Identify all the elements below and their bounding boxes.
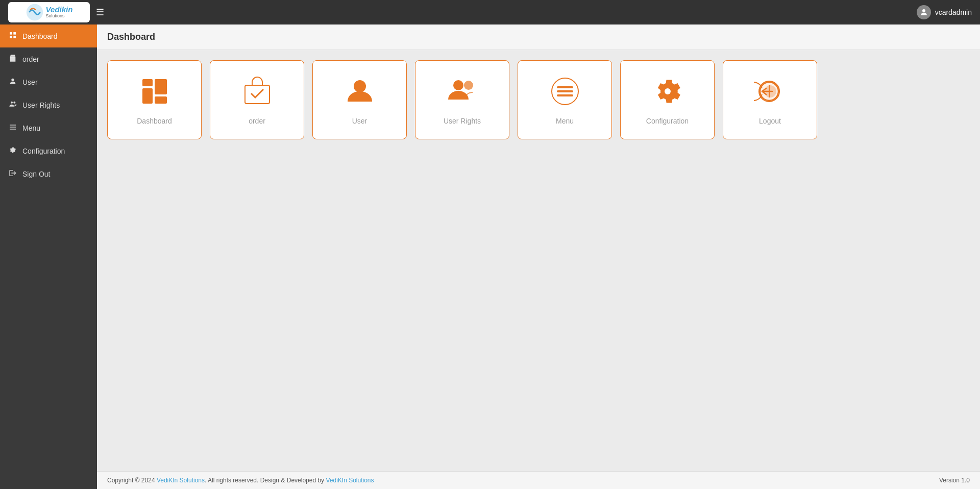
tile-menu-label: Menu: [556, 117, 574, 125]
menu-icon: [8, 123, 17, 133]
main-content: Dashboard Dashboard order: [97, 25, 980, 489]
tile-logout-label: Logout: [759, 117, 781, 125]
sidebar-item-menu[interactable]: Menu: [0, 116, 97, 139]
tile-user-icon: [344, 75, 376, 112]
sidebar-item-user[interactable]: User: [0, 70, 97, 93]
footer-brand-link1[interactable]: VediKIn Solutions: [157, 477, 205, 484]
tile-user-rights-label: User Rights: [444, 117, 481, 125]
footer-version-label: Version: [939, 477, 960, 484]
tile-order-icon: [241, 75, 274, 112]
topbar: Vedikin Solutions ☰ vcardadmin: [0, 0, 980, 25]
sidebar-item-sign-out[interactable]: Sign Out: [0, 162, 97, 185]
svg-rect-25: [557, 90, 573, 92]
username-label: vcardadmin: [935, 8, 972, 16]
logo-icon: [26, 3, 44, 21]
sign-out-icon: [8, 169, 17, 179]
footer-copyright: Copyright © 2024 VediKIn Solutions. All …: [107, 477, 374, 484]
topbar-right: vcardadmin: [917, 5, 972, 19]
svg-rect-15: [155, 96, 167, 104]
tile-user-rights[interactable]: User Rights: [415, 60, 509, 139]
svg-point-1: [922, 9, 925, 12]
logo-sub: Solutions: [46, 14, 73, 19]
svg-rect-24: [557, 86, 573, 88]
sidebar-item-order[interactable]: order: [0, 47, 97, 70]
logo-text-area: Vedikin Solutions: [46, 6, 73, 19]
tiles-grid: Dashboard order User: [107, 60, 970, 139]
svg-rect-14: [155, 79, 167, 94]
dashboard-icon: [8, 31, 17, 41]
svg-rect-5: [13, 36, 16, 38]
tile-dashboard-icon: [138, 75, 171, 112]
tile-order[interactable]: order: [210, 60, 304, 139]
logo-brand: Vedikin: [46, 6, 73, 14]
sidebar-item-label: User: [22, 78, 38, 86]
tile-dashboard[interactable]: Dashboard: [107, 60, 202, 139]
page-title: Dashboard: [107, 32, 155, 42]
tile-menu[interactable]: Menu: [518, 60, 612, 139]
sidebar-item-label: Configuration: [22, 147, 65, 155]
svg-rect-11: [10, 129, 16, 129]
tile-configuration-label: Configuration: [646, 117, 689, 125]
user-rights-icon: [8, 100, 17, 110]
footer: Copyright © 2024 VediKIn Solutions. All …: [97, 471, 980, 489]
svg-point-7: [11, 102, 13, 104]
svg-point-22: [464, 81, 473, 90]
sidebar: Dashboard order User User Rights Menu: [0, 25, 97, 489]
tile-configuration[interactable]: Configuration: [620, 60, 715, 139]
tile-configuration-icon: [651, 75, 684, 112]
tile-dashboard-label: Dashboard: [137, 117, 172, 125]
tile-menu-icon: [549, 75, 581, 112]
tile-user-rights-icon: [446, 75, 479, 112]
layout: Dashboard order User User Rights Menu: [0, 25, 980, 489]
sidebar-item-user-rights[interactable]: User Rights: [0, 93, 97, 116]
svg-point-6: [11, 79, 14, 81]
svg-rect-26: [557, 94, 573, 96]
hamburger-button[interactable]: ☰: [96, 7, 104, 18]
topbar-left: Vedikin Solutions ☰: [8, 2, 104, 22]
svg-rect-4: [10, 36, 12, 38]
tile-logout[interactable]: Logout: [723, 60, 817, 139]
svg-rect-13: [142, 88, 153, 104]
logo: Vedikin Solutions: [8, 2, 90, 22]
svg-rect-10: [10, 127, 16, 127]
footer-version-number: 1.0: [961, 477, 970, 484]
svg-point-27: [665, 88, 671, 94]
user-avatar: [917, 5, 931, 19]
sidebar-item-label: User Rights: [22, 101, 60, 109]
page-header: Dashboard: [97, 25, 980, 50]
footer-brand-link2[interactable]: VediKIn Solutions: [326, 477, 374, 484]
sidebar-item-label: Menu: [22, 124, 40, 132]
footer-copyright-text: Copyright © 2024: [107, 477, 157, 484]
tile-user-label: User: [352, 117, 368, 125]
svg-point-8: [13, 102, 15, 104]
tile-logout-icon: [754, 75, 787, 112]
tiles-area: Dashboard order User: [97, 50, 980, 471]
svg-rect-2: [10, 32, 12, 35]
sidebar-item-label: Sign Out: [22, 170, 50, 178]
order-icon: [8, 54, 17, 64]
svg-rect-20: [358, 90, 362, 92]
sidebar-item-configuration[interactable]: Configuration: [0, 139, 97, 162]
sidebar-item-label: order: [22, 55, 39, 63]
sidebar-item-label: Dashboard: [22, 32, 58, 40]
tile-order-label: order: [249, 117, 265, 125]
sidebar-item-dashboard[interactable]: Dashboard: [0, 25, 97, 47]
svg-rect-3: [13, 32, 16, 35]
footer-version: Version 1.0: [939, 477, 970, 484]
svg-point-21: [453, 80, 463, 90]
footer-rights-text: . All rights reserved. Design & Develope…: [205, 477, 326, 484]
configuration-icon: [8, 146, 17, 156]
tile-user[interactable]: User: [312, 60, 407, 139]
svg-rect-9: [10, 125, 16, 125]
user-icon: [8, 77, 17, 87]
